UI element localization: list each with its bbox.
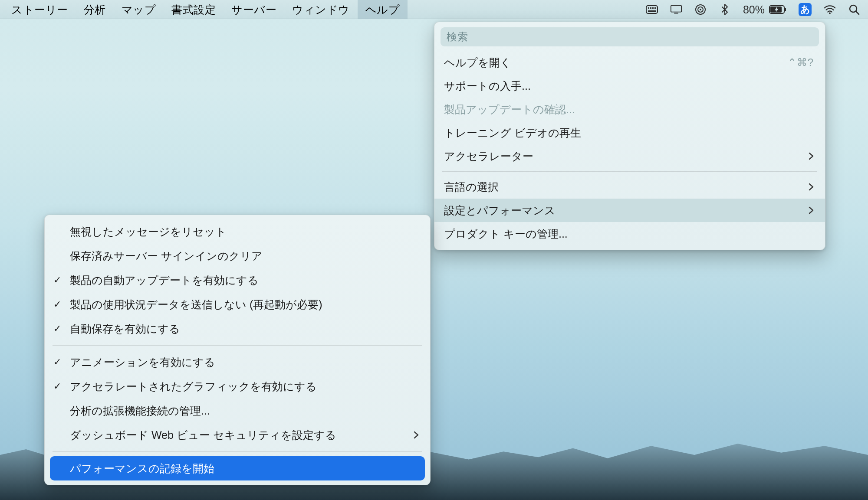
menu-separator bbox=[53, 451, 422, 452]
chevron-right-icon bbox=[414, 431, 419, 439]
svg-rect-13 bbox=[785, 8, 786, 11]
menu-item-label: 設定とパフォーマンス bbox=[444, 203, 556, 218]
menu-separator bbox=[53, 345, 422, 346]
svg-rect-7 bbox=[674, 13, 678, 13]
reset-ignored-messages[interactable]: 無視したメッセージをリセット bbox=[45, 219, 430, 244]
svg-point-14 bbox=[829, 13, 831, 14]
menu-item-label: 言語の選択 bbox=[444, 180, 499, 194]
start-performance-recording[interactable]: パフォーマンスの記録を開始 bbox=[50, 456, 425, 480]
battery-status[interactable]: 80% bbox=[743, 3, 786, 16]
menu-separator bbox=[442, 171, 817, 172]
bluetooth-icon[interactable] bbox=[719, 3, 731, 16]
menu-item-label: プロダクト キーの管理... bbox=[444, 227, 568, 241]
clear-saved-server-signins[interactable]: 保存済みサーバー サインインのクリア bbox=[45, 244, 430, 268]
svg-rect-3 bbox=[652, 7, 654, 9]
menu-item-label: アニメーションを有効にする bbox=[70, 355, 215, 369]
menu-item-label: 製品の使用状況データを送信しない (再起動が必要) bbox=[70, 297, 322, 312]
menu-item-label: アクセラレートされたグラフィックを有効にする bbox=[70, 379, 317, 394]
wifi-icon[interactable] bbox=[824, 3, 836, 16]
menu-item-label: 製品の自動アップデートを有効にする bbox=[70, 273, 259, 288]
menu-item-label: パフォーマンスの記録を開始 bbox=[70, 461, 214, 476]
help-choose-language[interactable]: 言語の選択 bbox=[434, 175, 825, 199]
airdrop-icon[interactable] bbox=[694, 3, 707, 16]
menu-story[interactable]: ストーリー bbox=[3, 0, 76, 19]
check-icon: ✓ bbox=[53, 356, 61, 368]
battery-percent-label: 80% bbox=[743, 3, 765, 16]
enable-auto-update[interactable]: ✓ 製品の自動アップデートを有効にする bbox=[45, 268, 430, 292]
chevron-right-icon bbox=[809, 152, 814, 160]
menu-item-label: 製品アップデートの確認... bbox=[444, 102, 575, 117]
help-open-help[interactable]: ヘルプを開く ⌃⌘? bbox=[434, 51, 825, 74]
keyboard-icon[interactable] bbox=[646, 3, 658, 16]
check-icon: ✓ bbox=[53, 323, 61, 334]
svg-rect-5 bbox=[648, 10, 656, 12]
check-icon: ✓ bbox=[53, 299, 61, 310]
spotlight-icon[interactable] bbox=[848, 3, 860, 16]
help-settings-performance[interactable]: 設定とパフォーマンス bbox=[434, 199, 825, 222]
menu-item-label: アクセラレーター bbox=[444, 149, 533, 163]
chevron-right-icon bbox=[809, 206, 814, 214]
svg-rect-0 bbox=[646, 6, 658, 13]
menu-item-label: トレーニング ビデオの再生 bbox=[444, 126, 581, 140]
menubar: ストーリー 分析 マップ 書式設定 サーバー ウィンドウ ヘルプ 80% あ bbox=[0, 0, 868, 19]
svg-rect-6 bbox=[671, 6, 681, 12]
settings-performance-submenu: 無視したメッセージをリセット 保存済みサーバー サインインのクリア ✓ 製品の自… bbox=[44, 215, 431, 485]
menu-server[interactable]: サーバー bbox=[224, 0, 284, 19]
svg-line-16 bbox=[856, 11, 859, 14]
svg-point-10 bbox=[700, 9, 701, 10]
help-check-updates: 製品アップデートの確認... bbox=[434, 98, 825, 121]
menubar-status-area: 80% あ bbox=[646, 0, 865, 19]
enable-accelerated-graphics[interactable]: ✓ アクセラレートされたグラフィックを有効にする bbox=[45, 374, 430, 399]
menu-window[interactable]: ウィンドウ bbox=[284, 0, 358, 19]
menu-help[interactable]: ヘルプ bbox=[358, 0, 408, 19]
help-manage-product-keys[interactable]: プロダクト キーの管理... bbox=[434, 222, 825, 245]
ime-indicator[interactable]: あ bbox=[799, 3, 812, 16]
menu-item-label: 保存済みサーバー サインインのクリア bbox=[70, 249, 263, 263]
menu-item-label: サポートの入手... bbox=[444, 79, 531, 93]
svg-rect-1 bbox=[648, 7, 649, 9]
help-menu-panel: ヘルプを開く ⌃⌘? サポートの入手... 製品アップデートの確認... トレー… bbox=[434, 22, 825, 250]
menu-map[interactable]: マップ bbox=[114, 0, 164, 19]
chevron-right-icon bbox=[809, 183, 814, 191]
svg-rect-2 bbox=[650, 7, 651, 9]
menu-item-label: ダッシュボード Web ビュー セキュリティを設定する bbox=[70, 428, 336, 442]
svg-rect-4 bbox=[654, 7, 656, 9]
help-get-support[interactable]: サポートの入手... bbox=[434, 74, 825, 98]
manage-analytics-extensions[interactable]: 分析の拡張機能接続の管理... bbox=[45, 399, 430, 423]
menu-item-label: 自動保存を有効にする bbox=[70, 322, 180, 336]
enable-animations[interactable]: ✓ アニメーションを有効にする bbox=[45, 350, 430, 374]
enable-autosave[interactable]: ✓ 自動保存を有効にする bbox=[45, 317, 430, 341]
check-icon: ✓ bbox=[53, 275, 61, 286]
menu-analysis[interactable]: 分析 bbox=[76, 0, 114, 19]
help-accelerators[interactable]: アクセラレーター bbox=[434, 144, 825, 168]
check-icon: ✓ bbox=[53, 381, 61, 392]
menu-format[interactable]: 書式設定 bbox=[164, 0, 224, 19]
help-search-input[interactable] bbox=[441, 27, 819, 46]
menu-item-label: 分析の拡張機能接続の管理... bbox=[70, 404, 210, 418]
battery-icon bbox=[769, 5, 786, 14]
dont-send-usage-data[interactable]: ✓ 製品の使用状況データを送信しない (再起動が必要) bbox=[45, 292, 430, 317]
display-icon[interactable] bbox=[670, 3, 682, 16]
menu-item-shortcut: ⌃⌘? bbox=[788, 56, 814, 69]
set-dashboard-webview-security[interactable]: ダッシュボード Web ビュー セキュリティを設定する bbox=[45, 423, 430, 447]
menu-item-label: ヘルプを開く bbox=[444, 56, 511, 70]
help-training-videos[interactable]: トレーニング ビデオの再生 bbox=[434, 121, 825, 144]
menu-item-label: 無視したメッセージをリセット bbox=[70, 225, 227, 239]
